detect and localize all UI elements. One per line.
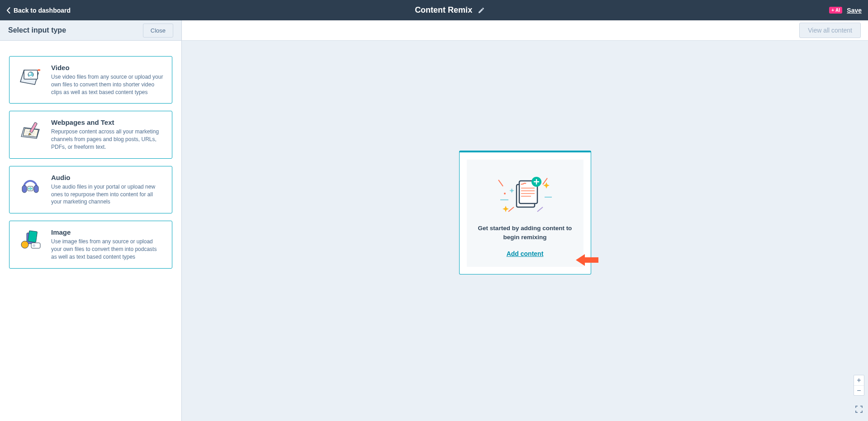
svg-rect-16	[28, 231, 37, 242]
sidebar-title: Select input type	[8, 26, 66, 34]
video-icon	[18, 64, 43, 89]
svg-rect-3	[38, 69, 40, 71]
option-desc: Repurpose content across all your market…	[51, 128, 164, 151]
topbar: Back to dashboard Content Remix + AI Sav…	[0, 0, 868, 20]
option-title: Audio	[51, 174, 164, 181]
svg-point-19	[33, 244, 35, 247]
fullscreen-button[interactable]	[854, 405, 863, 414]
option-title: Webpages and Text	[51, 118, 164, 126]
back-label: Back to dashboard	[14, 7, 71, 14]
option-image[interactable]: Image Use image files from any source or…	[9, 221, 172, 268]
canvas: View all content	[182, 20, 868, 421]
option-webpages[interactable]: Webpages and Text Repurpose content acro…	[9, 111, 172, 158]
audio-icon	[18, 174, 43, 199]
chevron-left-icon	[6, 7, 11, 14]
save-button[interactable]: Save	[847, 7, 862, 14]
back-to-dashboard-link[interactable]: Back to dashboard	[6, 7, 71, 14]
option-desc: Use image files from any source or uploa…	[51, 238, 164, 260]
option-title: Video	[51, 64, 164, 71]
topbar-right: + AI Save	[829, 7, 862, 14]
document-plus-icon	[474, 166, 576, 220]
pencil-icon[interactable]	[478, 7, 485, 14]
option-audio[interactable]: Audio Use audio files in your portal or …	[9, 166, 172, 213]
option-desc: Use video files from any source or uploa…	[51, 73, 164, 96]
topbar-center: Content Remix	[415, 5, 485, 15]
option-video[interactable]: Video Use video files from any source or…	[9, 56, 172, 104]
option-webpages-text: Webpages and Text Repurpose content acro…	[51, 118, 164, 151]
option-image-text: Image Use image files from any source or…	[51, 228, 164, 260]
empty-state-card: Get started by adding content to begin r…	[459, 151, 591, 274]
view-all-content-button[interactable]: View all content	[799, 23, 861, 38]
svg-line-24	[508, 207, 514, 212]
page-title: Content Remix	[415, 5, 472, 15]
svg-point-2	[29, 73, 31, 75]
zoom-controls: + −	[854, 375, 864, 396]
svg-point-17	[21, 241, 28, 248]
option-desc: Use audio files in your portal or upload…	[51, 183, 164, 206]
zoom-in-button[interactable]: +	[854, 375, 864, 385]
sidebar-header: Select input type Close	[0, 20, 181, 41]
svg-rect-9	[22, 185, 27, 193]
option-video-text: Video Use video files from any source or…	[51, 64, 164, 96]
ai-badge: + AI	[829, 7, 842, 14]
option-audio-text: Audio Use audio files in your portal or …	[51, 174, 164, 206]
sidebar: Select input type Close Video	[0, 20, 182, 421]
option-title: Image	[51, 228, 164, 236]
svg-point-26	[504, 193, 506, 194]
empty-state-message: Get started by adding content to begin r…	[474, 224, 576, 241]
svg-line-20	[498, 180, 503, 186]
body: Select input type Close Video	[0, 20, 868, 421]
canvas-toolbar: View all content	[182, 20, 868, 41]
input-type-options: Video Use video files from any source or…	[0, 41, 181, 269]
empty-state-inner: Get started by adding content to begin r…	[467, 160, 583, 267]
add-content-link[interactable]: Add content	[507, 250, 544, 257]
svg-line-25	[537, 207, 543, 212]
webpages-icon	[18, 118, 43, 144]
close-button[interactable]: Close	[143, 24, 173, 38]
image-icon	[18, 228, 43, 254]
svg-rect-10	[34, 185, 38, 193]
zoom-out-button[interactable]: −	[854, 385, 864, 395]
